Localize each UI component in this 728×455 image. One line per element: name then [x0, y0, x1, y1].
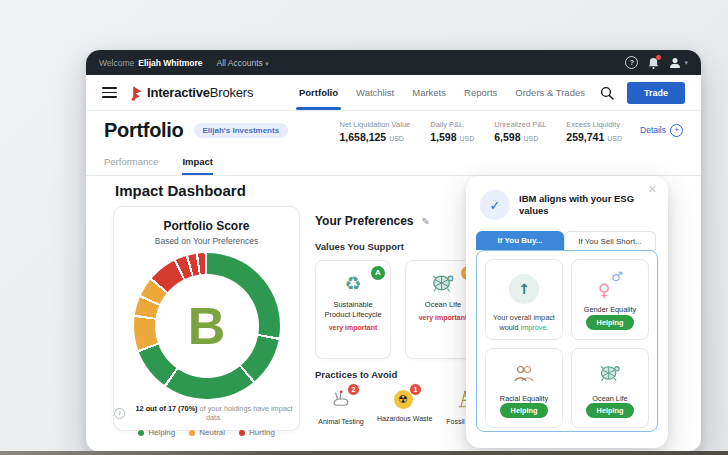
close-icon[interactable]: ✕ — [648, 183, 657, 196]
esg-card-name: Racial Equality — [500, 394, 548, 403]
user-menu[interactable]: ▾ — [669, 57, 688, 69]
turtle-icon — [430, 270, 456, 296]
hurting-dot-icon — [239, 430, 245, 436]
helping-badge: Helping — [500, 403, 549, 418]
gender-equality-icon: ♂ ♀ — [597, 272, 623, 296]
interactive-brokers-mark-icon — [130, 85, 143, 101]
accounts-dropdown[interactable]: All Accounts ▾ — [217, 58, 269, 68]
portfolio-tabs: Performance Impact — [86, 149, 701, 176]
esg-panel: ✕ ✓ IBM aligns with your ESG values If Y… — [466, 176, 668, 448]
helping-dot-icon — [138, 430, 144, 436]
overall-impact-card: ↑ Your overall impact would improve. — [485, 259, 563, 340]
practice-hazardous-waste[interactable]: ☢ 1 Hazardous Waste — [377, 387, 429, 425]
tab-performance[interactable]: Performance — [104, 149, 158, 175]
chevron-down-icon: ▾ — [684, 59, 688, 67]
stat-net-liquidation: Net Liquidation Value 1,658,125 USD — [339, 120, 410, 143]
practice-name: Animal Testing — [315, 418, 367, 425]
count-badge: 2 — [347, 383, 360, 396]
stat-daily-pl: Daily P&L 1,598 USD — [430, 120, 474, 143]
nav-item-reports[interactable]: Reports — [464, 75, 497, 110]
trade-button[interactable]: Trade — [627, 82, 685, 104]
portfolio-grade: B — [188, 300, 226, 352]
score-card-title: Portfolio Score — [114, 219, 299, 233]
tab-if-you-buy[interactable]: If You Buy... — [476, 231, 564, 250]
brand-logo[interactable]: InteractiveBrokers — [130, 85, 253, 101]
checkmark-icon: ✓ — [480, 190, 510, 220]
nav-links: Portfolio Watchlist Markets Reports Orde… — [299, 75, 585, 110]
page-title: Portfolio — [104, 119, 184, 142]
panel-tabs: If You Buy... If You Sell Short... — [476, 231, 668, 250]
screen: Welcome Elijah Whitmore All Accounts ▾ ?… — [0, 0, 728, 455]
plus-circle-icon: + — [670, 124, 683, 137]
main-navbar: InteractiveBrokers Portfolio Watchlist M… — [86, 75, 701, 111]
practice-animal-testing[interactable]: 2 Animal Testing — [315, 387, 367, 425]
legend-helping: Helping — [138, 428, 175, 437]
nav-item-orders-trades[interactable]: Orders & Trades — [515, 75, 585, 110]
brand-name: InteractiveBrokers — [147, 85, 253, 100]
portfolio-header: Portfolio Elijah's Investments Net Liqui… — [86, 111, 701, 149]
details-link[interactable]: Details + — [640, 124, 683, 137]
stat-excess-liquidity: Excess Liquidity 259,741 USD — [566, 120, 622, 143]
helping-badge: Helping — [586, 403, 635, 418]
nav-item-watchlist[interactable]: Watchlist — [356, 75, 394, 110]
menu-icon[interactable] — [102, 87, 117, 98]
info-icon[interactable]: i — [114, 408, 125, 419]
helping-badge: Helping — [586, 315, 635, 330]
active-nav-indicator — [296, 107, 341, 110]
notifications-bell-icon[interactable] — [648, 57, 659, 69]
score-donut-chart: B — [134, 253, 280, 399]
search-icon[interactable] — [600, 86, 614, 100]
portfolio-score-card: Portfolio Score Based on Your Preference… — [113, 206, 300, 431]
screen-bottom-edge — [0, 451, 728, 455]
notification-badge — [656, 55, 661, 60]
count-badge: 1 — [409, 383, 422, 396]
nav-item-portfolio[interactable]: Portfolio — [299, 75, 338, 110]
score-footer: i 12 out of 17 (70%) of your holdings ha… — [114, 404, 299, 422]
donut-center: B — [155, 274, 259, 378]
esg-card-racial-equality[interactable]: Racial Equality Helping — [485, 348, 563, 428]
score-card-subtitle: Based on Your Preferences — [114, 236, 299, 246]
edit-pencil-icon[interactable]: ✎ — [422, 216, 430, 227]
panel-title: IBM aligns with your ESG values — [519, 193, 654, 218]
impact-message: Your overall impact would improve. — [493, 313, 555, 333]
score-legend: Helping Neutral Hurting — [114, 428, 299, 437]
people-icon — [511, 361, 537, 385]
esg-cards-container: ↑ Your overall impact would improve. ♂ ♀… — [476, 250, 658, 432]
help-icon[interactable]: ? — [625, 56, 638, 69]
recycle-icon: ♻ — [344, 274, 361, 293]
esg-card-name: Ocean Life — [592, 394, 627, 403]
tab-impact[interactable]: Impact — [182, 149, 213, 175]
section-heading: Impact Dashboard — [115, 182, 246, 199]
legend-hurting: Hurting — [239, 428, 275, 437]
grade-badge: A — [371, 266, 385, 280]
importance-label: very important — [320, 324, 386, 331]
esg-card-gender-equality[interactable]: ♂ ♀ Gender Equality Helping — [571, 259, 649, 340]
user-name: Elijah Whitmore — [138, 58, 202, 68]
portfolio-stats: Net Liquidation Value 1,658,125 USD Dail… — [339, 118, 622, 143]
neutral-dot-icon — [189, 430, 195, 436]
user-icon — [669, 57, 681, 69]
practice-name: Hazardous Waste — [377, 415, 429, 422]
value-name: Sustainable Product Lifecycle — [320, 300, 386, 320]
arrow-up-icon: ↑ — [518, 281, 530, 297]
account-topbar: Welcome Elijah Whitmore All Accounts ▾ ?… — [86, 50, 701, 75]
tab-if-you-sell-short[interactable]: If You Sell Short... — [564, 231, 656, 250]
esg-card-ocean-life[interactable]: Ocean Life Helping — [571, 348, 649, 428]
panel-header: ✓ IBM aligns with your ESG values — [466, 176, 668, 231]
nav-item-markets[interactable]: Markets — [412, 75, 446, 110]
turtle-icon — [598, 361, 622, 385]
account-badge[interactable]: Elijah's Investments — [194, 123, 289, 138]
value-card-sustainable-lifecycle[interactable]: A ♻ Sustainable Product Lifecycle very i… — [315, 260, 391, 359]
legend-neutral: Neutral — [189, 428, 225, 437]
welcome-label: Welcome — [99, 58, 134, 68]
esg-card-name: Gender Equality — [584, 305, 636, 315]
chevron-down-icon: ▾ — [265, 60, 269, 68]
stat-unrealized-pl: Unrealized P&L 6,598 USD — [494, 120, 546, 143]
